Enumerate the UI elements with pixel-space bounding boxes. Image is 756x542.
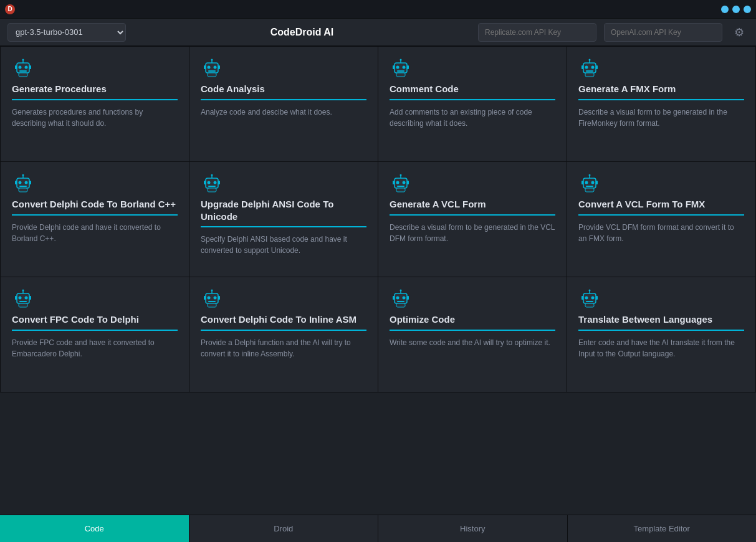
svg-point-56 <box>403 181 406 184</box>
svg-rect-15 <box>208 73 216 77</box>
card-desc-convert-vcl-to-fmx: Provide VCL DFM form format and convert … <box>578 222 744 244</box>
svg-rect-97 <box>393 296 395 300</box>
svg-rect-102 <box>586 301 593 302</box>
card-divider-convert-delphi-to-asm <box>201 330 366 331</box>
tab-code[interactable]: Code <box>0 515 189 542</box>
svg-rect-71 <box>596 181 598 184</box>
svg-rect-44 <box>29 181 31 184</box>
card-generate-procedures[interactable]: Generate Procedures Generates procedures… <box>1 47 189 162</box>
svg-point-46 <box>208 181 211 184</box>
card-generate-vcl-form[interactable]: Generate A VCL Form Describe a visual fo… <box>378 162 567 277</box>
svg-point-74 <box>25 297 28 300</box>
card-convert-vcl-to-fmx[interactable]: Convert A VCL Form To FMX Provide VCL DF… <box>567 162 756 277</box>
svg-rect-79 <box>15 296 17 300</box>
svg-point-41 <box>22 174 24 176</box>
card-divider-generate-procedures <box>12 99 178 100</box>
card-translate-languages[interactable]: Translate Between Languages Enter code a… <box>567 277 756 392</box>
svg-rect-53 <box>218 181 220 184</box>
svg-rect-51 <box>208 188 216 192</box>
svg-point-59 <box>400 174 402 176</box>
card-divider-convert-delphi-to-cpp <box>12 214 178 216</box>
card-divider-optimize-code <box>390 330 555 331</box>
card-divider-convert-vcl-to-fmx <box>578 214 744 216</box>
card-robot-icon <box>390 288 555 313</box>
card-convert-fpc-to-delphi[interactable]: Convert FPC Code To Delphi Provide FPC c… <box>1 277 189 392</box>
card-desc-generate-fmx-form: Describe a visual form to be generated i… <box>578 107 744 129</box>
tab-droid[interactable]: Droid <box>189 515 379 542</box>
app-title: CodeDroid AI <box>133 27 471 38</box>
card-code-analysis[interactable]: Code Analysis Analyze code and descibe w… <box>189 47 378 162</box>
card-desc-convert-fpc-to-delphi: Provide FPC code and have it converted t… <box>12 337 178 359</box>
card-comment-code[interactable]: Comment Code Add comments to an existing… <box>378 47 567 162</box>
replicate-api-key-input[interactable] <box>478 23 596 42</box>
svg-point-10 <box>208 66 211 69</box>
tab-history[interactable]: History <box>378 515 568 542</box>
card-divider-code-analysis <box>201 99 366 100</box>
window-controls <box>721 6 751 13</box>
svg-rect-78 <box>19 303 27 307</box>
header: gpt-3.5-turbo-0301 gpt-4 gpt-4-turbo Cod… <box>0 19 756 46</box>
card-title-generate-fmx-form: Generate A FMX Form <box>578 83 744 95</box>
card-title-comment-code: Comment Code <box>390 83 555 95</box>
svg-rect-69 <box>585 188 594 192</box>
card-robot-icon <box>12 58 178 83</box>
card-desc-convert-delphi-to-asm: Provide a Delphi function and the AI wil… <box>201 337 366 359</box>
tab-template-editor[interactable]: Template Editor <box>568 515 757 542</box>
svg-point-38 <box>25 181 28 184</box>
svg-point-95 <box>400 290 402 292</box>
svg-rect-35 <box>596 65 598 69</box>
settings-icon[interactable]: ⚙ <box>730 23 749 42</box>
svg-point-29 <box>591 66 595 69</box>
svg-point-101 <box>591 297 595 300</box>
svg-point-92 <box>403 297 406 300</box>
svg-point-5 <box>22 59 24 61</box>
svg-rect-25 <box>393 65 395 69</box>
svg-point-50 <box>211 174 213 176</box>
svg-rect-12 <box>208 70 216 72</box>
svg-rect-39 <box>19 186 27 187</box>
model-select[interactable]: gpt-3.5-turbo-0301 gpt-4 gpt-4-turbo <box>7 23 126 42</box>
card-optimize-code[interactable]: Optimize Code Write some code and the AI… <box>378 277 567 392</box>
card-robot-icon <box>12 288 178 313</box>
card-desc-translate-languages: Enter code and have the AI translate it … <box>578 337 744 359</box>
svg-point-11 <box>214 66 217 69</box>
card-title-code-analysis: Code Analysis <box>201 83 366 95</box>
card-convert-delphi-to-asm[interactable]: Convert Delphi Code To Inline ASM Provid… <box>189 277 378 392</box>
svg-point-47 <box>214 181 217 184</box>
card-desc-generate-procedures: Generates procedures and functions by de… <box>12 107 178 129</box>
svg-rect-70 <box>581 181 583 184</box>
card-robot-icon <box>12 173 178 198</box>
svg-point-68 <box>589 174 591 176</box>
card-divider-generate-fmx-form <box>578 99 744 100</box>
svg-rect-87 <box>208 303 216 307</box>
svg-point-37 <box>19 181 22 184</box>
svg-rect-48 <box>208 186 216 187</box>
card-upgrade-delphi-ansi[interactable]: Upgrade Delphi ANSI Code To Unicode Spec… <box>189 162 378 277</box>
svg-point-86 <box>211 290 213 292</box>
card-divider-translate-languages <box>578 330 744 331</box>
card-desc-optimize-code: Write some code and the AI will try to o… <box>390 337 555 348</box>
svg-rect-89 <box>218 296 220 300</box>
svg-rect-84 <box>208 301 216 302</box>
svg-rect-33 <box>585 73 594 77</box>
svg-point-14 <box>211 59 213 61</box>
svg-rect-66 <box>586 186 593 187</box>
card-generate-fmx-form[interactable]: Generate A FMX Form Describe a visual fo… <box>567 47 756 162</box>
app-icon: D <box>5 4 15 14</box>
card-title-convert-fpc-to-delphi: Convert FPC Code To Delphi <box>12 313 178 326</box>
svg-point-82 <box>208 297 211 300</box>
svg-rect-57 <box>397 186 404 187</box>
svg-rect-21 <box>397 70 404 72</box>
svg-rect-106 <box>581 296 583 300</box>
card-convert-delphi-to-cpp[interactable]: Convert Delphi Code To Borland C++ Provi… <box>1 162 189 277</box>
dot-3 <box>744 6 751 13</box>
openai-api-key-input[interactable] <box>604 23 722 42</box>
card-title-upgrade-delphi-ansi: Upgrade Delphi ANSI Code To Unicode <box>201 198 366 222</box>
card-desc-upgrade-delphi-ansi: Specify Delphi ANSI based code and have … <box>201 234 366 256</box>
card-robot-icon <box>578 173 744 198</box>
svg-point-55 <box>396 181 400 184</box>
svg-point-83 <box>214 297 217 300</box>
svg-rect-80 <box>29 296 31 300</box>
svg-rect-17 <box>218 65 220 69</box>
svg-rect-61 <box>393 181 395 184</box>
